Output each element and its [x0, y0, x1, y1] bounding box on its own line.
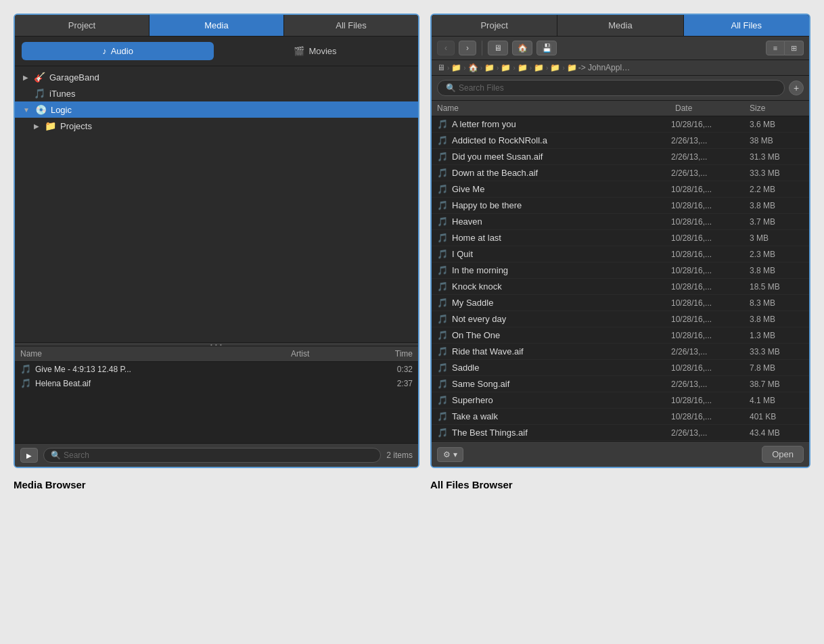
play-button[interactable]: ▶: [20, 448, 38, 463]
gear-icon: ⚙: [443, 450, 451, 459]
file-size-cell: 38.7 MB: [750, 380, 804, 389]
table-row[interactable]: 🎵 Down at the Beach.aif 2/26/13,... 33.3…: [432, 165, 809, 181]
movies-toggle-button[interactable]: 🎬 Movies: [219, 42, 411, 60]
table-row[interactable]: 🎵 Give Me 10/28/16,... 2.2 MB: [432, 181, 809, 198]
open-button[interactable]: Open: [762, 446, 804, 463]
itunes-icon: 🎵: [34, 88, 45, 99]
table-row[interactable]: 🎵 Did you meet Susan.aif 2/26/13,... 31.…: [432, 149, 809, 165]
toolbar-separator: [482, 41, 482, 55]
tree-item-logic[interactable]: ▼ 💿 Logic: [15, 101, 418, 118]
file-type-icon: 🎵: [437, 411, 448, 421]
file-size-cell: 33.3 MB: [750, 347, 804, 356]
bc-item-last[interactable]: 📁 -> JohnAppleseed_M: [567, 63, 633, 72]
file-type-icon: 🎵: [437, 428, 448, 438]
file-date-cell: 10/28/16,...: [671, 217, 746, 227]
table-row[interactable]: 🎵 Knock knock 10/28/16,... 18.5 MB: [432, 279, 809, 295]
col-time-header: Time: [372, 349, 413, 359]
bc-arrow: ›: [562, 64, 564, 72]
table-row[interactable]: 🎵 In the morning 10/28/16,... 3.8 MB: [432, 262, 809, 279]
labels-row: Media Browser All Files Browser: [14, 476, 810, 493]
tab-media-right[interactable]: Media: [557, 15, 683, 36]
search-input-right[interactable]: 🔍 Search Files: [437, 80, 785, 96]
tree-item-garageband[interactable]: ▶ 🎸 GarageBand: [15, 69, 418, 85]
file-type-icon: 🎵: [437, 395, 448, 405]
table-row[interactable]: 🎵 Addicted to RockNRoll.a 2/26/13,... 38…: [432, 133, 809, 149]
file-type-icon: 🎵: [437, 216, 448, 227]
bc-item[interactable]: 🖥: [437, 63, 445, 72]
forward-button[interactable]: ›: [459, 41, 476, 55]
table-row[interactable]: 🎵 Saddle 10/28/16,... 7.8 MB: [432, 360, 809, 376]
table-row[interactable]: 🎵 Home at last 10/28/16,... 3 MB: [432, 230, 809, 246]
file-size-cell: 7.8 MB: [750, 363, 804, 373]
media-list: 🎵 Give Me - 4:9:13 12.48 P... 0:32 🎵 Hel…: [15, 362, 418, 443]
breadcrumb: 🖥 › 📁 › 🏠 › 📁 › 📁 › 📁 › 📁: [432, 60, 809, 76]
list-item[interactable]: 🎵 Helena Beat.aif 2:37: [15, 376, 418, 390]
items-count: 2 items: [386, 451, 413, 460]
file-type-icon: 🎵: [437, 379, 448, 389]
bc-item[interactable]: 📁: [501, 63, 511, 72]
table-row[interactable]: 🎵 Superhero 10/28/16,... 4.1 MB: [432, 392, 809, 409]
file-name-cell: Saddle: [452, 363, 667, 373]
file-name-cell: Home at last: [452, 233, 667, 243]
file-date-cell: 10/28/16,...: [671, 266, 746, 275]
bc-item[interactable]: 📁: [534, 63, 544, 72]
folder-bc-icon: 📁: [451, 63, 461, 72]
table-row[interactable]: 🎵 My Saddle 10/28/16,... 8.3 MB: [432, 295, 809, 311]
file-date-cell: 10/28/16,...: [671, 331, 746, 340]
tab-media-left[interactable]: Media: [150, 15, 284, 36]
bc-arrow: ›: [513, 64, 515, 72]
left-bottom-bar: ▶ 🔍 Search 2 items: [15, 443, 418, 467]
table-row[interactable]: 🎵 Heaven 10/28/16,... 3.7 MB: [432, 214, 809, 230]
column-view-button[interactable]: ⊞: [785, 41, 804, 55]
back-button[interactable]: ‹: [437, 41, 455, 55]
film-icon: 🎬: [294, 46, 304, 56]
file-size-cell: 43.4 MB: [750, 428, 804, 438]
table-row[interactable]: 🎵 A letter from you 10/28/16,... 3.6 MB: [432, 116, 809, 133]
bc-item[interactable]: 📁: [484, 63, 495, 72]
file-size-cell: 3.8 MB: [750, 315, 804, 324]
file-type-icon: 🎵: [437, 135, 448, 145]
folder-bc-icon3: 📁: [501, 63, 511, 72]
table-row[interactable]: 🎵 On The One 10/28/16,... 1.3 MB: [432, 327, 809, 344]
bc-arrow: ›: [546, 64, 548, 72]
music-note-icon: ♪: [102, 46, 107, 56]
file-type-icon: 🎵: [437, 265, 448, 275]
disk-button[interactable]: 💾: [536, 41, 557, 55]
tab-allfiles-left[interactable]: All Files: [284, 15, 418, 36]
list-view-button[interactable]: ≡: [766, 41, 785, 55]
table-row[interactable]: 🎵 Happy to be there 10/28/16,... 3.8 MB: [432, 198, 809, 214]
table-row[interactable]: 🎵 Same Song.aif 2/26/13,... 38.7 MB: [432, 376, 809, 392]
bc-item[interactable]: 📁: [550, 63, 560, 72]
bc-item[interactable]: 📁: [518, 63, 528, 72]
audio-toggle-button[interactable]: ♪ Audio: [22, 42, 214, 60]
table-row[interactable]: 🎵 Not every day 10/28/16,... 3.8 MB: [432, 311, 809, 327]
file-type-icon: 🎵: [437, 152, 448, 162]
table-row[interactable]: 🎵 Take a walk 10/28/16,... 401 KB: [432, 409, 809, 425]
bc-arrow: ›: [447, 64, 449, 72]
monitor-button[interactable]: 🖥: [488, 41, 508, 55]
bc-item[interactable]: 📁: [451, 63, 461, 72]
tree-item-projects[interactable]: ▶ 📁 Projects: [15, 118, 418, 134]
tree-arrow-garageband: ▶: [23, 74, 28, 81]
file-size-cell: 3.6 MB: [750, 120, 804, 129]
bc-item[interactable]: 🏠: [468, 63, 478, 72]
folder-bc-icon5: 📁: [534, 63, 544, 72]
file-name-cell: A letter from you: [452, 119, 667, 129]
tab-project-left[interactable]: Project: [15, 15, 150, 36]
table-row[interactable]: 🎵 Ride that Wave.aif 2/26/13,... 33.3 MB: [432, 344, 809, 360]
file-date-cell: 10/28/16,...: [671, 363, 746, 373]
list-item[interactable]: 🎵 Give Me - 4:9:13 12.48 P... 0:32: [15, 362, 418, 376]
file-type-icon: 🎵: [437, 233, 448, 243]
tab-project-right[interactable]: Project: [432, 15, 557, 36]
home-button[interactable]: 🏠: [512, 41, 532, 55]
table-row[interactable]: 🎵 I Quit 10/28/16,... 2.3 MB: [432, 246, 809, 262]
search-box-left[interactable]: 🔍 Search: [43, 448, 381, 463]
table-row[interactable]: 🎵 The Best Things.aif 2/26/13,... 43.4 M…: [432, 425, 809, 441]
file-size-cell: 4.1 MB: [750, 396, 804, 405]
tab-allfiles-right[interactable]: All Files: [684, 15, 809, 36]
add-button[interactable]: +: [789, 80, 804, 95]
file-name-cell: In the morning: [452, 265, 667, 275]
monitor-bc-icon: 🖥: [437, 63, 445, 72]
tree-item-itunes[interactable]: ▶ 🎵 iTunes: [15, 85, 418, 101]
gear-button[interactable]: ⚙ ▾: [437, 447, 463, 462]
